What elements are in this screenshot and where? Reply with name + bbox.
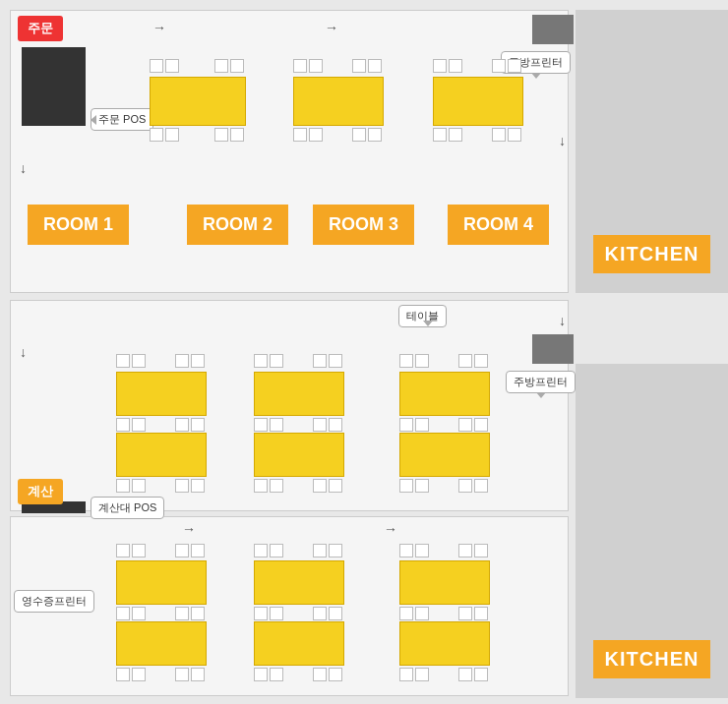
chair: [474, 668, 488, 681]
table[interactable]: [254, 433, 344, 477]
kitchen-top-label: KITCHEN: [593, 235, 711, 273]
chair: [313, 354, 327, 368]
table[interactable]: [116, 560, 207, 605]
chair: [132, 479, 146, 493]
kitchen-bottom: KITCHEN: [576, 364, 728, 698]
chair: [191, 668, 205, 681]
table[interactable]: [399, 560, 490, 605]
chair: [165, 128, 179, 142]
room4-label[interactable]: ROOM 4: [448, 205, 549, 245]
chair: [254, 479, 268, 493]
table[interactable]: [150, 77, 246, 126]
chair: [175, 544, 189, 557]
gyesan-pos-label: 계산대 POS: [91, 497, 164, 519]
chair: [329, 544, 342, 557]
table[interactable]: [254, 560, 344, 605]
jumun-pos-label: 주문 POS: [91, 108, 153, 131]
chair: [116, 354, 130, 368]
chair: [399, 418, 413, 432]
chair: [132, 418, 146, 432]
jumun-button[interactable]: 주문: [18, 16, 63, 41]
table[interactable]: [116, 372, 207, 416]
arrow-down-4: ↓: [559, 313, 566, 328]
chair: [116, 479, 130, 493]
gyesan-button[interactable]: 계산: [18, 479, 63, 504]
top-dining-area: [10, 10, 569, 293]
chair: [449, 59, 462, 73]
chair: [254, 544, 268, 557]
chair: [399, 479, 413, 493]
room1-label[interactable]: ROOM 1: [28, 205, 129, 245]
chair: [449, 128, 462, 142]
chair: [214, 59, 228, 73]
chair: [399, 544, 413, 557]
chair: [508, 128, 521, 142]
chair: [415, 354, 429, 368]
chair: [474, 607, 488, 620]
chair: [352, 128, 366, 142]
chair: [309, 128, 323, 142]
table[interactable]: [254, 372, 344, 416]
chair: [313, 668, 327, 681]
chair: [175, 668, 189, 681]
chair: [352, 59, 366, 73]
chair: [230, 59, 244, 73]
arrow-down-1: ↓: [20, 160, 27, 176]
room3-label[interactable]: ROOM 3: [313, 205, 414, 245]
chair: [270, 607, 283, 620]
chair: [313, 418, 327, 432]
bubble-arrow: [423, 321, 433, 326]
chair: [132, 354, 146, 368]
chair: [415, 607, 429, 620]
kitchen-printer-bottom-label: 주방프린터: [506, 371, 576, 393]
chair: [329, 607, 342, 620]
chair: [270, 479, 283, 493]
chair: [329, 354, 342, 368]
kitchen-top: KITCHEN: [576, 10, 728, 293]
chair: [132, 607, 146, 620]
chair: [132, 668, 146, 681]
table[interactable]: [293, 77, 384, 126]
arrow-right-1: →: [152, 20, 166, 35]
chair: [293, 128, 307, 142]
chair: [492, 128, 506, 142]
chair: [270, 668, 283, 681]
chair: [175, 607, 189, 620]
chair: [458, 354, 472, 368]
chair: [399, 354, 413, 368]
chair: [165, 59, 179, 73]
chair: [368, 59, 382, 73]
arrow-down-2: ↓: [559, 133, 566, 148]
chair: [458, 607, 472, 620]
receipt-printer-label: 영수증프린터: [14, 590, 94, 613]
chair: [116, 418, 130, 432]
table[interactable]: [399, 433, 490, 477]
chair: [474, 418, 488, 432]
chair: [458, 479, 472, 493]
table[interactable]: [254, 621, 344, 666]
chair: [458, 544, 472, 557]
table[interactable]: [116, 433, 207, 477]
chair: [313, 544, 327, 557]
chair: [329, 418, 342, 432]
chair: [191, 607, 205, 620]
chair: [254, 418, 268, 432]
table[interactable]: [116, 621, 207, 666]
table[interactable]: [433, 77, 523, 126]
chair: [329, 479, 342, 493]
chair: [313, 607, 327, 620]
chair: [309, 59, 323, 73]
chair: [230, 128, 244, 142]
chair: [116, 668, 130, 681]
chair: [399, 668, 413, 681]
room2-label[interactable]: ROOM 2: [187, 205, 288, 245]
chair: [415, 668, 429, 681]
chair: [175, 418, 189, 432]
chair: [399, 607, 413, 620]
chair: [116, 607, 130, 620]
chair: [116, 544, 130, 557]
table[interactable]: [399, 372, 490, 416]
chair: [270, 354, 283, 368]
chair: [270, 418, 283, 432]
table[interactable]: [399, 621, 490, 666]
